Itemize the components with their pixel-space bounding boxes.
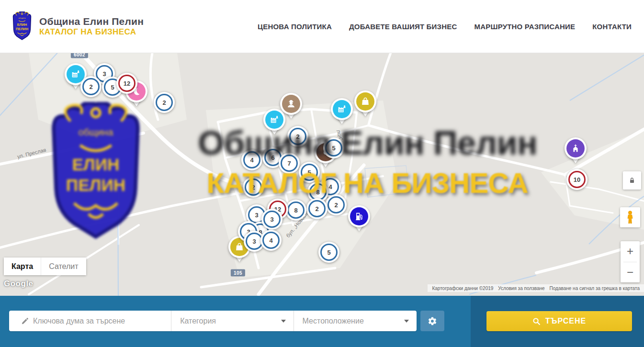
location-section: Местоположение xyxy=(294,311,417,331)
factory-icon xyxy=(333,100,351,118)
cluster-count: 3 xyxy=(263,211,281,228)
cluster-count: 10 xyxy=(568,171,586,188)
pin-bubble xyxy=(263,109,285,131)
municipality-crest-logo: община ЕЛИН ПЕЛИН xyxy=(11,11,34,41)
church-icon xyxy=(566,139,585,157)
cluster-marker[interactable]: 3 xyxy=(261,209,282,230)
pegman-icon xyxy=(624,210,636,224)
pin-bubble xyxy=(354,90,376,112)
site-title: Община Елин Пелин xyxy=(39,16,144,27)
cluster-count: 5 xyxy=(325,139,342,157)
cluster-marker[interactable]: 5 xyxy=(299,162,320,183)
map-pin-church[interactable] xyxy=(565,137,587,165)
pin-bubble xyxy=(331,98,353,120)
cluster-count: 12 xyxy=(118,75,136,92)
cluster-count: 2 xyxy=(82,78,100,95)
cluster-count: 2 xyxy=(156,94,173,111)
cluster-count: 2 xyxy=(245,179,262,196)
attribution-terms-link[interactable]: Условия за ползване xyxy=(496,286,547,291)
location-select[interactable]: Местоположение xyxy=(294,317,417,325)
keyword-section xyxy=(9,311,171,331)
location-select-value: Местоположение xyxy=(303,317,364,325)
brand-text: Община Елин Пелин КАТАЛОГ НА БИЗНЕСА xyxy=(39,16,144,37)
map-type-map-button[interactable]: Карта xyxy=(4,257,41,275)
advanced-settings-button[interactable] xyxy=(420,311,444,331)
category-select[interactable]: Категория xyxy=(171,317,293,325)
category-section: Категория xyxy=(171,311,293,331)
cluster-marker[interactable]: 5 xyxy=(323,137,344,158)
cluster-count: 2 xyxy=(328,196,345,213)
crest-top-text: община xyxy=(18,17,26,19)
cluster-count: 2 xyxy=(289,128,306,145)
cluster-marker[interactable]: 2 xyxy=(306,198,328,219)
map-pin-factory[interactable] xyxy=(263,109,285,136)
map-pin-factory[interactable] xyxy=(331,98,353,126)
cluster-count: 7 xyxy=(281,155,298,172)
search-button-label: ТЪРСЕНЕ xyxy=(545,317,586,325)
cluster-marker[interactable]: 2 xyxy=(80,76,102,97)
cluster-marker[interactable]: 2 xyxy=(326,194,347,215)
cluster-count: 4 xyxy=(243,151,260,168)
zoom-in-button[interactable]: + xyxy=(621,241,640,262)
factory-icon xyxy=(265,111,283,129)
nav-item-pricing[interactable]: ЦЕНОВА ПОЛИТИКА xyxy=(258,22,332,31)
cluster-marker[interactable]: 12 xyxy=(116,73,137,94)
cluster-count: 8 xyxy=(287,201,305,219)
pin-bubble xyxy=(565,137,587,159)
cluster-marker[interactable]: 2 xyxy=(243,177,264,198)
google-logo[interactable]: Google xyxy=(4,279,34,289)
brand[interactable]: община ЕЛИН ПЕЛИН Община Елин Пелин КАТА… xyxy=(0,11,144,41)
cluster-marker[interactable]: 8 xyxy=(285,200,306,221)
lock-button[interactable] xyxy=(623,171,641,190)
chevron-down-icon xyxy=(404,320,409,323)
search-icon xyxy=(532,317,541,325)
search-fields-group: Категория Местоположение xyxy=(9,311,417,331)
search-bar: Категория Местоположение ТЪРСЕНЕ xyxy=(0,296,644,347)
gear-icon xyxy=(428,316,437,326)
category-select-value: Категория xyxy=(180,317,216,325)
fuel-icon xyxy=(350,207,368,225)
zoom-control: + − xyxy=(621,241,640,282)
nav-item-add-business[interactable]: ДОБАВЕТЕ ВАШИЯТ БИЗНЕС xyxy=(349,22,457,31)
pin-bubble xyxy=(348,205,370,227)
zoom-out-button[interactable]: − xyxy=(621,262,640,283)
chevron-down-icon xyxy=(281,320,286,323)
map-pin-fuel[interactable] xyxy=(348,205,370,233)
main-nav: ЦЕНОВА ПОЛИТИКА ДОБАВЕТЕ ВАШИЯТ БИЗНЕС М… xyxy=(258,22,644,31)
cluster-marker[interactable]: 4 xyxy=(241,149,262,170)
cluster-count: 2 xyxy=(308,200,326,217)
cluster-marker[interactable]: 4 xyxy=(260,230,282,251)
nav-item-contacts[interactable]: КОНТАКТИ xyxy=(592,22,632,31)
cluster-marker[interactable]: 2 xyxy=(154,92,175,113)
lock-icon xyxy=(628,177,636,184)
nav-item-timetable[interactable]: МАРШРУТНО РАЗПИСАНИЕ xyxy=(474,22,575,31)
attribution-copyright: Картографски данни ©2019 xyxy=(429,286,496,291)
map-type-control: Карта Сателит xyxy=(4,257,86,275)
site-subtitle: КАТАЛОГ НА БИЗНЕСА xyxy=(39,27,144,37)
map-type-satellite-button[interactable]: Сателит xyxy=(41,257,86,275)
crest-line1: ЕЛИН xyxy=(17,22,27,27)
header: община ЕЛИН ПЕЛИН Община Елин Пелин КАТА… xyxy=(0,0,644,53)
pencil-icon xyxy=(9,317,29,325)
map-pin-bag[interactable] xyxy=(354,90,376,118)
cluster-count: 4 xyxy=(262,232,280,249)
cluster-marker[interactable]: 2 xyxy=(287,126,308,147)
cluster-count: 5 xyxy=(301,164,318,181)
keyword-search-input[interactable] xyxy=(29,317,171,325)
markers-layer: 32512225467548222812383334510 xyxy=(0,53,644,296)
page: община ЕЛИН ПЕЛИН Община Елин Пелин КАТА… xyxy=(0,0,644,347)
cluster-marker[interactable]: 10 xyxy=(566,169,588,190)
crest-line2: ПЕЛИН xyxy=(16,27,28,31)
cluster-marker[interactable]: 7 xyxy=(279,153,300,174)
cluster-marker[interactable]: 5 xyxy=(318,242,339,263)
bag-icon xyxy=(356,92,374,111)
map-attribution: Картографски данни ©2019 Условия за полз… xyxy=(428,284,644,292)
google-map[interactable]: 6002105 ул. Преславбул. „Новоселлци“ 325… xyxy=(0,53,644,296)
search-button[interactable]: ТЪРСЕНЕ xyxy=(486,311,632,331)
cluster-count: 5 xyxy=(320,244,338,261)
pegman-button[interactable] xyxy=(620,207,640,227)
attribution-report-link[interactable]: Подаване на сигнал за грешка в картата xyxy=(547,286,642,291)
